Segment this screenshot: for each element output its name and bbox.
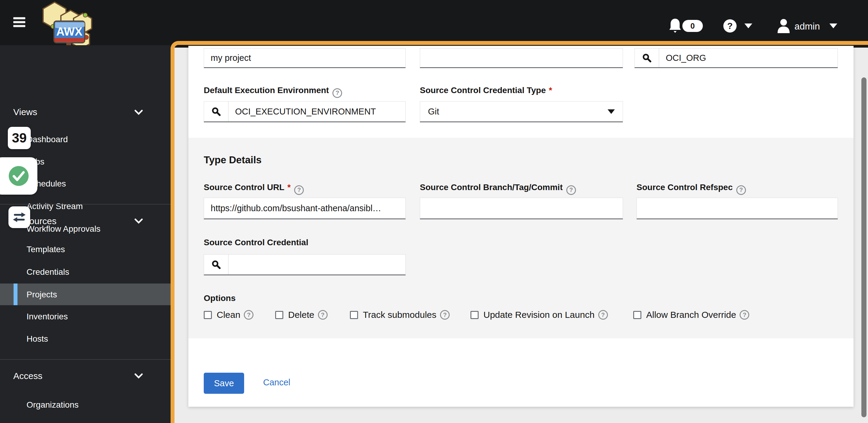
awx-logo[interactable]: AWX <box>38 1 93 45</box>
sidebar-item-projects[interactable]: Projects <box>27 290 57 299</box>
delete-checkbox-label: Delete <box>288 310 314 320</box>
check-circle-icon <box>9 166 29 186</box>
annotation-arrows-overlay <box>8 206 30 228</box>
user-avatar-icon <box>776 18 791 34</box>
scm-branch-input[interactable] <box>420 198 623 219</box>
option-allow-branch-override: Allow Branch Override ? <box>633 310 749 320</box>
allow-branch-override-checkbox[interactable] <box>633 311 641 319</box>
scm-url-label: Source Control URL*? <box>204 183 304 195</box>
hamburger-menu-icon[interactable] <box>13 17 25 29</box>
clean-checkbox[interactable] <box>204 311 212 319</box>
sidebar-divider <box>0 204 170 204</box>
sidebar-item-hosts[interactable]: Hosts <box>27 334 48 344</box>
scm-refspec-label: Source Control Refspec? <box>637 183 746 195</box>
sidebar-item-activity-stream[interactable]: Activity Stream <box>27 201 83 211</box>
user-dropdown-caret-icon[interactable] <box>830 24 837 28</box>
scm-url-label-text: Source Control URL <box>204 183 284 192</box>
sidebar-group-access[interactable]: Access <box>13 371 42 381</box>
scm-credential-label-text: Source Control Credential <box>204 238 308 247</box>
option-clean: Clean ? <box>204 310 253 320</box>
sidebar-item-templates[interactable]: Templates <box>27 245 65 254</box>
help-icon[interactable]: ? <box>333 88 342 98</box>
scm-credential-label: Source Control Credential <box>204 238 308 247</box>
required-marker: * <box>287 183 291 192</box>
clean-checkbox-label: Clean <box>217 310 240 320</box>
scm-refspec-input[interactable] <box>637 198 838 219</box>
help-icon[interactable]: ? <box>736 185 746 195</box>
notifications-bell-icon[interactable] <box>669 18 682 34</box>
execution-environment-label: Default Execution Environment? <box>204 86 342 98</box>
help-icon[interactable]: ? <box>598 310 608 320</box>
organization-lookup-field <box>634 48 838 68</box>
sidebar-active-indicator <box>13 284 18 305</box>
track-submodules-checkbox[interactable] <box>350 311 358 319</box>
scm-refspec-label-text: Source Control Refspec <box>637 183 733 192</box>
chevron-down-icon[interactable] <box>134 373 143 379</box>
sidebar-item-organizations[interactable]: Organizations <box>27 400 79 410</box>
top-header-bar: AWX 0 ? admin <box>0 0 868 45</box>
sidebar-item-credentials[interactable]: Credentials <box>27 267 69 277</box>
search-icon <box>212 107 221 116</box>
sidebar-group-views[interactable]: Views <box>13 107 37 117</box>
options-heading: Options <box>204 293 236 303</box>
username-label[interactable]: admin <box>795 21 820 32</box>
search-icon <box>212 260 221 269</box>
option-delete: Delete ? <box>275 310 328 320</box>
checkmark-icon <box>9 166 29 186</box>
svg-text:AWX: AWX <box>56 25 83 38</box>
credential-type-label: Source Control Credential Type* <box>420 86 552 95</box>
delete-checkbox[interactable] <box>275 311 283 319</box>
scm-credential-input[interactable] <box>228 255 405 274</box>
select-caret-icon <box>608 109 615 114</box>
sidebar-item-inventories[interactable]: Inventories <box>27 312 68 322</box>
credential-type-selected-value: Git <box>428 107 608 117</box>
sidebar-divider <box>0 359 170 360</box>
allow-branch-override-checkbox-label: Allow Branch Override <box>646 310 736 320</box>
cancel-button[interactable]: Cancel <box>263 378 290 387</box>
execution-environment-search-button[interactable] <box>204 101 228 122</box>
sidebar-nav: Views Dashboard Jobs Schedules Activity … <box>0 45 170 423</box>
project-description-input[interactable] <box>420 48 623 68</box>
search-icon <box>642 53 651 62</box>
update-revision-checkbox[interactable] <box>470 311 478 319</box>
save-button[interactable]: Save <box>204 373 244 394</box>
required-marker: * <box>549 86 552 95</box>
organization-search-button[interactable] <box>635 48 659 67</box>
help-icon[interactable]: ? <box>440 310 450 320</box>
scm-branch-label-text: Source Control Branch/Tag/Commit <box>420 183 563 192</box>
help-dropdown-caret-icon[interactable] <box>744 24 752 28</box>
scm-credential-lookup-field <box>204 254 406 275</box>
help-icon[interactable]: ? <box>740 310 749 320</box>
option-update-revision-on-launch: Update Revision on Launch ? <box>470 310 608 320</box>
chevron-down-icon[interactable] <box>134 110 143 115</box>
credential-type-select[interactable]: Git <box>420 101 623 122</box>
scm-branch-label: Source Control Branch/Tag/Commit? <box>420 183 576 195</box>
vertical-scrollbar-thumb[interactable] <box>861 77 867 417</box>
type-details-heading: Type Details <box>204 154 261 166</box>
help-icon[interactable]: ? <box>723 19 737 33</box>
sidebar-active-row-highlight <box>0 284 170 305</box>
awx-screen: AWX 0 ? admin Views Dashboard Jobs Sched… <box>0 0 868 423</box>
execution-environment-label-text: Default Execution Environment <box>204 86 329 95</box>
organization-input[interactable] <box>659 48 838 67</box>
sidebar-item-dashboard[interactable]: Dashboard <box>27 135 68 144</box>
help-icon[interactable]: ? <box>294 185 304 195</box>
execution-environment-lookup-field <box>204 101 406 122</box>
scm-url-input[interactable] <box>204 198 406 219</box>
annotation-number-badge: 39 <box>8 127 31 149</box>
swap-arrows-icon <box>12 211 26 223</box>
help-icon[interactable]: ? <box>244 310 253 320</box>
update-revision-checkbox-label: Update Revision on Launch <box>484 310 595 320</box>
project-name-input[interactable] <box>204 48 406 68</box>
option-track-submodules: Track submodules ? <box>350 310 450 320</box>
annotation-check-overlay <box>0 157 37 195</box>
help-icon[interactable]: ? <box>566 185 576 195</box>
credential-type-label-text: Source Control Credential Type <box>420 86 546 95</box>
chevron-down-icon[interactable] <box>134 219 143 224</box>
notifications-count-badge[interactable]: 0 <box>682 20 703 32</box>
scm-credential-search-button[interactable] <box>204 255 228 274</box>
help-icon[interactable]: ? <box>318 310 328 320</box>
track-submodules-checkbox-label: Track submodules <box>363 310 436 320</box>
execution-environment-input[interactable] <box>228 101 405 122</box>
